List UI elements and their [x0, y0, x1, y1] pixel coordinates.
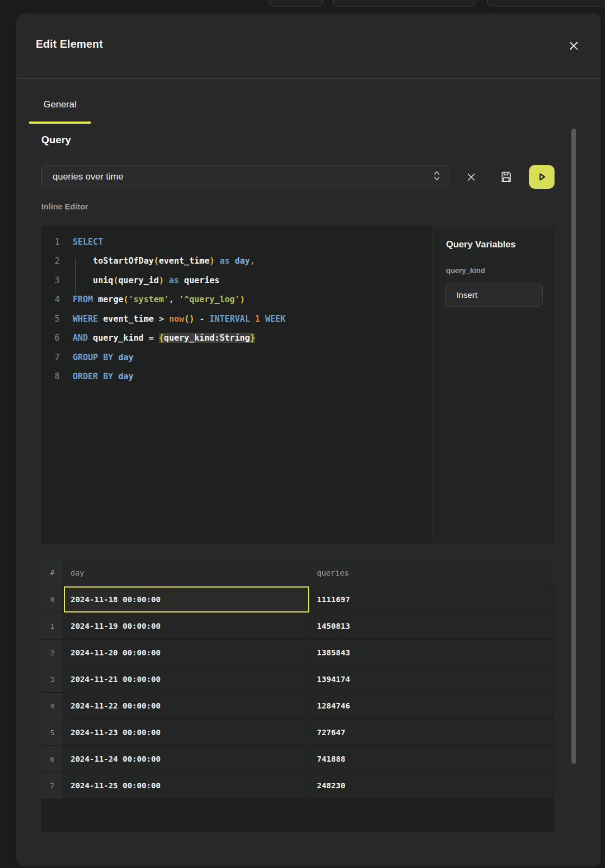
column-header-queries: queries	[309, 559, 555, 586]
query-select[interactable]: queries over time	[41, 165, 449, 188]
code-line: 4FROM merge('system', '^query_log')	[41, 290, 432, 310]
day-cell[interactable]: 2024-11-25 00:00:00	[64, 773, 309, 799]
run-query-button[interactable]	[529, 165, 555, 189]
background-widget	[269, 0, 323, 7]
save-icon	[500, 170, 513, 183]
column-header-day: day	[64, 559, 309, 586]
edit-element-dialog: Edit Element General Query queries over …	[16, 14, 601, 866]
tab-general[interactable]: General	[29, 95, 91, 124]
row-index-cell[interactable]: 1	[41, 613, 64, 639]
row-index-cell[interactable]: 2	[41, 640, 64, 666]
header-divider	[16, 78, 601, 79]
code-line: 6AND query_kind = {query_kind:String}	[41, 329, 432, 348]
day-cell[interactable]: 2024-11-21 00:00:00	[64, 666, 309, 692]
code-line: 7GROUP BY day	[41, 348, 432, 367]
vertical-scrollbar[interactable]	[571, 129, 576, 764]
row-index-cell[interactable]: 7	[41, 773, 64, 799]
query-select-value: queries over time	[42, 171, 123, 182]
query-variables-panel: Query Variables query_kind Insert	[432, 226, 555, 544]
play-icon	[537, 172, 547, 182]
row-index-cell[interactable]: 3	[41, 666, 64, 692]
code-line: 1SELECT	[41, 232, 432, 252]
row-index-cell[interactable]: 5	[41, 719, 64, 745]
indent-guide	[75, 258, 76, 295]
line-number: 1	[41, 237, 73, 247]
background-page-toolbar	[0, 0, 605, 14]
background-widget	[333, 0, 475, 7]
line-number: 5	[41, 314, 73, 324]
queries-cell[interactable]: 1385843	[309, 640, 555, 666]
code-line: 5WHERE event_time > now() - INTERVAL 1 W…	[41, 309, 432, 329]
queries-cell[interactable]: 727647	[309, 719, 555, 745]
clear-query-button[interactable]	[462, 168, 480, 186]
table-row: 42024-11-22 00:00:001284746	[41, 692, 555, 719]
queries-cell[interactable]: 1394174	[309, 666, 555, 692]
query-variables-title: Query Variables	[446, 239, 516, 250]
code-line: 3 uniq(query_id) as queries	[41, 271, 432, 290]
save-query-button[interactable]	[498, 168, 515, 186]
code-line: 8ORDER BY day	[41, 367, 432, 387]
table-header-row: # day queries	[41, 559, 555, 586]
queries-cell[interactable]: 1450813	[309, 613, 555, 639]
variable-name-label: query_kind	[446, 266, 485, 275]
code-line: 2 toStartOfDay(event_time) as day,	[41, 252, 432, 271]
table-row: 62024-11-24 00:00:00741888	[41, 745, 555, 772]
selected-day-cell[interactable]: 2024-11-18 00:00:00	[64, 586, 309, 612]
table-row: 52024-11-23 00:00:00727647	[41, 719, 555, 745]
row-index-cell[interactable]: 6	[41, 746, 64, 772]
dialog-title: Edit Element	[36, 38, 103, 50]
line-number: 8	[41, 372, 73, 381]
queries-cell[interactable]: 248230	[309, 773, 555, 799]
table-row: 22024-11-20 00:00:001385843	[41, 639, 555, 666]
line-number: 3	[41, 276, 73, 285]
query-section-heading: Query	[41, 134, 71, 146]
queries-cell[interactable]: 1111697	[309, 586, 555, 612]
table-row: 72024-11-25 00:00:00248230	[41, 772, 555, 799]
day-cell[interactable]: 2024-11-20 00:00:00	[64, 640, 309, 666]
line-number: 4	[41, 295, 73, 304]
background-widget	[487, 0, 605, 7]
table-row: 02024-11-18 00:00:001111697	[41, 586, 555, 612]
table-row: 12024-11-19 00:00:001450813	[41, 612, 555, 639]
line-number: 7	[41, 353, 73, 362]
line-number: 6	[41, 333, 73, 343]
insert-variable-button[interactable]: Insert	[445, 283, 543, 307]
row-index-cell[interactable]: 0	[41, 586, 64, 612]
day-cell[interactable]: 2024-11-23 00:00:00	[64, 719, 309, 745]
table-footer-strip	[41, 799, 555, 832]
day-cell[interactable]: 2024-11-24 00:00:00	[64, 746, 309, 772]
table-row: 32024-11-21 00:00:001394174	[41, 666, 555, 692]
column-header-index: #	[41, 559, 64, 586]
line-number: 2	[41, 256, 73, 266]
day-cell[interactable]: 2024-11-19 00:00:00	[64, 613, 309, 639]
inline-editor-block: 1SELECT2 toStartOfDay(event_time) as day…	[41, 226, 555, 544]
day-cell[interactable]: 2024-11-22 00:00:00	[64, 693, 309, 719]
queries-cell[interactable]: 1284746	[309, 693, 555, 719]
queries-cell[interactable]: 741888	[309, 746, 555, 772]
row-index-cell[interactable]: 4	[41, 693, 64, 719]
close-icon	[569, 41, 578, 50]
inline-editor-label: Inline Editor	[41, 202, 88, 211]
query-results-table: # day queries 02024-11-18 00:00:00111169…	[41, 559, 555, 832]
select-chevrons-icon	[434, 170, 440, 183]
tab-label: General	[29, 99, 91, 110]
clear-icon	[467, 173, 475, 181]
tab-active-underline	[29, 122, 91, 124]
sql-code-editor[interactable]: 1SELECT2 toStartOfDay(event_time) as day…	[41, 226, 432, 544]
table-body: 02024-11-18 00:00:00111169712024-11-19 0…	[41, 586, 555, 799]
close-button[interactable]	[566, 38, 581, 53]
